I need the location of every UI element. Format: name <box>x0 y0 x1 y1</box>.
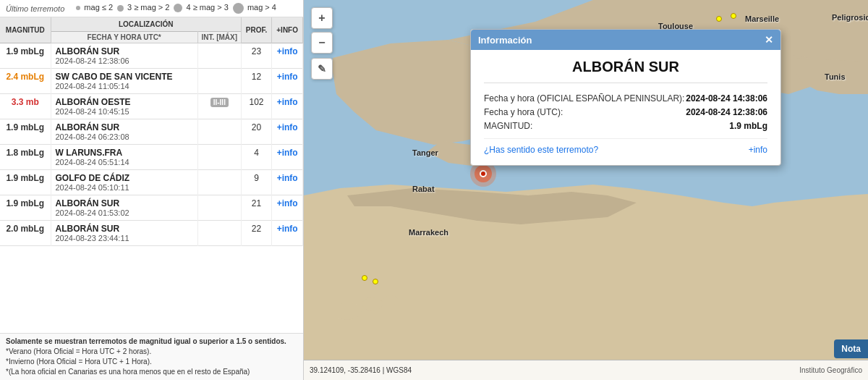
cell-info[interactable]: +info <box>272 170 303 195</box>
cell-magnitude: 1.8 mbLg <box>0 145 51 170</box>
header-bar: Último terremoto mag ≤ 2 3 ≥ mag > 2 4 ≥… <box>0 0 303 17</box>
popup-info-link[interactable]: +info <box>749 145 767 155</box>
popup-fecha-utc-value: 2024-08-24 12:38:06 <box>686 107 767 117</box>
city-tanger: Tanger <box>412 148 438 157</box>
svg-point-2 <box>383 295 398 305</box>
info-link[interactable]: +info <box>277 224 298 234</box>
legend-label-3: 4 ≥ mag > 3 <box>186 3 228 12</box>
cell-prof: 9 <box>241 170 271 195</box>
info-popup: Información ✕ ALBORÁN SUR Fecha y hora (… <box>470 29 781 166</box>
earthquake-table-container: MAGNITUD LOCALIZACIÓN PROF. +INFO Fecha … <box>0 17 303 333</box>
earthquake-dot-2[interactable] <box>731 13 736 19</box>
cell-prof: 20 <box>241 119 271 145</box>
cell-prof: 4 <box>241 145 271 170</box>
cell-magnitude: 1.9 mbLg <box>0 119 51 145</box>
ultimo-terremoto-label: Último terremoto <box>6 4 64 13</box>
intensity-badge: II-III <box>210 98 229 107</box>
info-link[interactable]: +info <box>277 122 298 132</box>
table-row: 1.9 mbLg GOLFO DE CÁDIZ 2024-08-24 05:10… <box>0 170 303 195</box>
edit-button[interactable]: ✎ <box>311 58 333 80</box>
coordinates-text: 39.124109, -35.28416 | WGS84 <box>310 366 412 374</box>
cell-info[interactable]: +info <box>272 221 303 246</box>
legend-label-1: mag ≤ 2 <box>84 3 113 12</box>
location-name: SW CABO DE SAN VICENTE <box>56 72 193 82</box>
legend-item-3: 4 ≥ mag > 3 <box>174 3 228 14</box>
city-rabat: Rabat <box>412 185 435 193</box>
earthquake-dot-1[interactable] <box>716 16 722 22</box>
location-datetime: 2024-08-24 05:51:14 <box>56 158 193 166</box>
cell-location: ALBORÁN SUR 2024-08-24 12:38:06 <box>51 43 197 69</box>
popup-close-button[interactable]: ✕ <box>765 34 773 46</box>
footer-line4: *(La hora oficial en Canarias es una hor… <box>6 367 297 377</box>
info-link[interactable]: +info <box>277 148 298 158</box>
cell-info[interactable]: +info <box>272 43 303 69</box>
earthquake-dot-3[interactable] <box>362 275 367 281</box>
cell-intensity: II-III <box>197 94 241 119</box>
cell-info[interactable]: +info <box>272 119 303 145</box>
earthquake-dot-4[interactable] <box>373 279 378 284</box>
info-link[interactable]: +info <box>277 97 298 107</box>
col-magnitud: MAGNITUD <box>0 17 51 43</box>
location-datetime: 2024-08-24 11:05:14 <box>56 82 193 90</box>
svg-point-1 <box>362 297 383 311</box>
cell-info[interactable]: +info <box>272 94 303 119</box>
earthquake-table-body: 1.9 mbLg ALBORÁN SUR 2024-08-24 12:38:06… <box>0 43 303 246</box>
cell-magnitude: 3.3 mb <box>0 94 51 119</box>
info-link[interactable]: +info <box>277 173 298 183</box>
popup-magnitud-row: MAGNITUD: 1.9 mbLg <box>484 121 767 131</box>
cell-location: ALBORÁN SUR 2024-08-23 23:44:11 <box>51 221 197 246</box>
cell-prof: 23 <box>241 43 271 69</box>
table-row: 2.0 mbLg ALBORÁN SUR 2024-08-23 23:44:11… <box>0 221 303 246</box>
nota-button[interactable]: Nota <box>834 339 868 358</box>
cell-magnitude: 2.4 mbLg <box>0 69 51 94</box>
cell-location: SW CABO DE SAN VICENTE 2024-08-24 11:05:… <box>51 69 197 94</box>
zoom-in-button[interactable]: + <box>311 7 333 29</box>
cell-location: GOLFO DE CÁDIZ 2024-08-24 05:10:11 <box>51 170 197 195</box>
city-marseille: Marseille <box>745 14 779 23</box>
cell-info[interactable]: +info <box>272 145 303 170</box>
popup-earthquake-title: ALBORÁN SUR <box>484 59 767 83</box>
zoom-out-button[interactable]: − <box>311 32 333 54</box>
footer-notes: Solamente se muestran terremotos de magn… <box>0 333 303 380</box>
col-fecha: Fecha y Hora UTC* <box>51 32 197 43</box>
cell-info[interactable]: +info <box>272 69 303 94</box>
ripple-mid <box>475 165 492 182</box>
attribution-text: Instituto Geográfico <box>799 366 862 374</box>
cell-intensity <box>197 221 241 246</box>
legend-label-4: mag > 4 <box>247 3 276 12</box>
earthquake-dot-main <box>480 170 487 177</box>
col-localizacion: LOCALIZACIÓN <box>51 17 241 32</box>
cell-info[interactable]: +info <box>272 195 303 221</box>
cell-magnitude: 1.9 mbLg <box>0 170 51 195</box>
label-peligrosidad: Peligrosid... <box>832 13 868 22</box>
bottom-bar: 39.124109, -35.28416 | WGS84 Instituto G… <box>304 360 868 380</box>
location-name: GOLFO DE CÁDIZ <box>56 173 193 183</box>
popup-magnitud-value: 1.9 mbLg <box>729 121 767 131</box>
info-link[interactable]: +info <box>277 72 298 82</box>
location-datetime: 2024-08-23 23:44:11 <box>56 234 193 242</box>
col-info: +INFO <box>272 17 303 43</box>
magnitude-legend: mag ≤ 2 3 ≥ mag > 2 4 ≥ mag > 3 mag > 4 <box>76 3 276 14</box>
popup-sentido-link[interactable]: ¿Has sentido este terremoto? <box>484 145 598 155</box>
location-name: ALBORÁN SUR <box>56 122 193 132</box>
table-row: 3.3 mb ALBORÁN OESTE 2024-08-24 10:45:15… <box>0 94 303 119</box>
cell-magnitude: 1.9 mbLg <box>0 43 51 69</box>
cell-prof: 21 <box>241 195 271 221</box>
table-row: 1.8 mbLg W LARUNS.FRA 2024-08-24 05:51:1… <box>0 145 303 170</box>
location-name: ALBORÁN SUR <box>56 198 193 208</box>
popup-header-label: Información <box>478 35 532 46</box>
cell-magnitude: 2.0 mbLg <box>0 221 51 246</box>
info-link[interactable]: +info <box>277 46 298 56</box>
svg-point-0 <box>333 303 362 320</box>
table-row: 1.9 mbLg ALBORÁN SUR 2024-08-24 06:23:08… <box>0 119 303 145</box>
cell-prof: 22 <box>241 221 271 246</box>
cell-location: W LARUNS.FRA 2024-08-24 05:51:14 <box>51 145 197 170</box>
location-datetime: 2024-08-24 10:45:15 <box>56 107 193 116</box>
map-area[interactable]: + − ✎ Tanger Oran Rabat Marrakech Toulou… <box>304 0 868 380</box>
cell-prof: 102 <box>241 94 271 119</box>
cell-intensity <box>197 43 241 69</box>
location-name: ALBORÁN SUR <box>56 46 193 56</box>
table-row: 2.4 mbLg SW CABO DE SAN VICENTE 2024-08-… <box>0 69 303 94</box>
legend-dot-medium <box>117 5 124 12</box>
info-link[interactable]: +info <box>277 198 298 208</box>
